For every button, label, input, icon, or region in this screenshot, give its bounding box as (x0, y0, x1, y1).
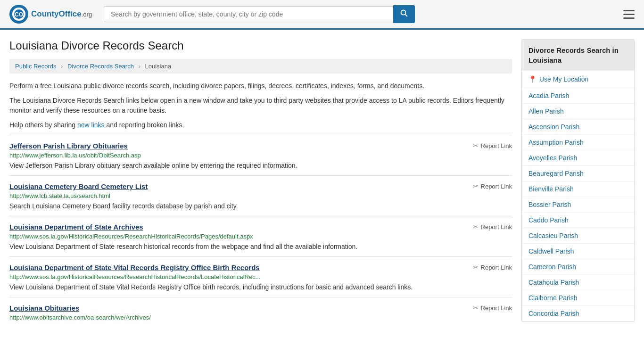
parish-link-10[interactable]: Caldwell Parish (522, 244, 634, 259)
breadcrumb-public-records[interactable]: Public Records (15, 63, 56, 70)
parish-link-7[interactable]: Bossier Parish (522, 197, 634, 212)
parish-link-2[interactable]: Ascension Parish (522, 119, 634, 134)
logo-text: CountyOffice.org (31, 9, 92, 19)
result-url-0: http://www.jefferson.lib.la.us/obit/Obit… (9, 152, 512, 159)
report-icon-1: ✂ (473, 182, 479, 190)
result-desc-0: View Jefferson Parish Library obituary s… (9, 161, 512, 171)
result-title-2[interactable]: Louisiana Department of State Archives (9, 223, 465, 231)
parish-list-item: Assumption Parish (522, 135, 634, 150)
parish-link-0[interactable]: Acadia Parish (522, 88, 634, 103)
report-link-btn-1[interactable]: ✂ Report Link (473, 182, 512, 190)
result-title-1[interactable]: Louisiana Cemetery Board Cemetery List (9, 182, 465, 190)
report-link-label-1: Report Link (481, 183, 512, 190)
breadcrumb: Public Records › Divorce Records Search … (9, 59, 512, 74)
use-my-location[interactable]: 📍 Use My Location (522, 71, 634, 88)
report-link-btn-4[interactable]: ✂ Report Link (473, 304, 512, 312)
description-para3: Help others by sharing new links and rep… (9, 120, 512, 130)
result-url-2: http://www.sos.la.gov/HistoricalResource… (9, 233, 512, 240)
location-icon: 📍 (528, 75, 537, 83)
parish-link-9[interactable]: Calcasieu Parish (522, 228, 634, 243)
parish-list-item: Bienville Parish (522, 181, 634, 197)
sidebar-box: Divorce Records Search in Louisiana 📍 Us… (521, 39, 635, 322)
result-item: Louisiana Department of State Archives ✂… (9, 216, 512, 256)
result-desc-1: Search Louisiana Cemetery Board facility… (9, 201, 512, 211)
parish-link-1[interactable]: Allen Parish (522, 104, 634, 119)
parish-link-13[interactable]: Claiborne Parish (522, 290, 634, 305)
main-layout: Louisiana Divorce Records Search Public … (0, 30, 644, 337)
report-icon-2: ✂ (473, 223, 479, 230)
result-url-4: http://www.obitsarchive.com/oa-search/we… (9, 314, 512, 321)
breadcrumb-louisiana: Louisiana (145, 63, 172, 70)
page-title: Louisiana Divorce Records Search (9, 39, 512, 52)
svg-line-5 (405, 15, 408, 17)
result-title-0[interactable]: Jefferson Parish Library Obituaries (9, 142, 465, 150)
parish-link-4[interactable]: Avoyelles Parish (522, 150, 634, 165)
result-desc-2: View Louisiana Department of State resea… (9, 242, 512, 252)
parish-list-item: Caddo Parish (522, 213, 634, 228)
parish-link-14[interactable]: Concordia Parish (522, 306, 634, 321)
result-url-1: http://www.lcb.state.la.us/search.html (9, 192, 512, 199)
result-item: Louisiana Department of State Vital Reco… (9, 256, 512, 297)
result-url-3: http://www.sos.la.gov/HistoricalResource… (9, 273, 512, 280)
parish-list-item: Allen Parish (522, 104, 634, 119)
search-input[interactable] (104, 6, 393, 22)
parish-list-item: Catahoula Parish (522, 275, 634, 290)
svg-point-4 (401, 10, 406, 15)
use-my-location-link[interactable]: Use My Location (539, 75, 588, 83)
parish-list-item: Caldwell Parish (522, 244, 634, 259)
report-link-btn-2[interactable]: ✂ Report Link (473, 223, 512, 230)
header: CO CountyOffice.org (0, 0, 644, 30)
description-para1: Perform a free Louisiana public divorce … (9, 81, 512, 91)
result-title-4[interactable]: Louisiana Obituaries (9, 304, 465, 312)
result-item: Jefferson Parish Library Obituaries ✂ Re… (9, 135, 512, 175)
result-desc-3: View Louisiana Department of State Vital… (9, 282, 512, 292)
parish-link-3[interactable]: Assumption Parish (522, 135, 634, 150)
result-item: Louisiana Cemetery Board Cemetery List ✂… (9, 175, 512, 216)
report-icon-4: ✂ (473, 304, 479, 312)
hamburger-menu-icon[interactable] (623, 10, 635, 19)
report-link-label-4: Report Link (481, 304, 512, 312)
sidebar-title: Divorce Records Search in Louisiana (522, 40, 634, 71)
results-list: Jefferson Parish Library Obituaries ✂ Re… (9, 135, 512, 328)
new-links-link[interactable]: new links (77, 121, 105, 129)
report-link-btn-0[interactable]: ✂ Report Link (473, 142, 512, 149)
parish-list-item: Acadia Parish (522, 88, 634, 104)
logo-area: CO CountyOffice.org (9, 5, 94, 24)
svg-text:CO: CO (15, 11, 23, 18)
parish-link-12[interactable]: Catahoula Parish (522, 275, 634, 290)
search-button[interactable] (393, 5, 415, 23)
parish-list-item: Calcasieu Parish (522, 228, 634, 244)
parish-list-item: Bossier Parish (522, 197, 634, 213)
report-link-label-3: Report Link (481, 264, 512, 271)
report-icon-0: ✂ (473, 142, 479, 149)
parish-list-item: Ascension Parish (522, 119, 634, 135)
parish-list: Acadia ParishAllen ParishAscension Paris… (522, 88, 634, 321)
report-link-label-0: Report Link (481, 142, 512, 149)
sidebar: Divorce Records Search in Louisiana 📍 Us… (521, 39, 635, 328)
content-area: Louisiana Divorce Records Search Public … (9, 39, 512, 328)
report-icon-3: ✂ (473, 263, 479, 271)
parish-link-6[interactable]: Bienville Parish (522, 181, 634, 197)
parish-list-item: Beauregard Parish (522, 166, 634, 181)
report-link-btn-3[interactable]: ✂ Report Link (473, 263, 512, 271)
result-title-3[interactable]: Louisiana Department of State Vital Reco… (9, 263, 465, 272)
report-link-label-2: Report Link (481, 223, 512, 230)
parish-link-8[interactable]: Caddo Parish (522, 213, 634, 228)
result-item: Louisiana Obituaries ✂ Report Link http:… (9, 297, 512, 328)
search-bar (104, 5, 415, 23)
parish-list-item: Avoyelles Parish (522, 150, 634, 166)
breadcrumb-divorce-records-search[interactable]: Divorce Records Search (67, 63, 134, 70)
description-para2: The Louisiana Divorce Records Search lin… (9, 96, 512, 115)
parish-list-item: Cameron Parish (522, 259, 634, 275)
logo-icon: CO (9, 5, 28, 24)
parish-list-item: Concordia Parish (522, 306, 634, 321)
parish-list-item: Claiborne Parish (522, 290, 634, 306)
parish-link-11[interactable]: Cameron Parish (522, 259, 634, 274)
parish-link-5[interactable]: Beauregard Parish (522, 166, 634, 181)
